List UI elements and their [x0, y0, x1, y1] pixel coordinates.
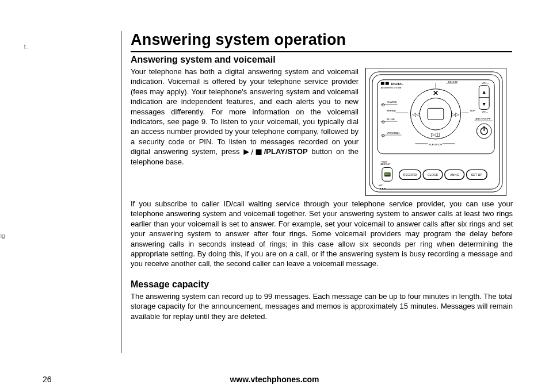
charge-label: CHARGE	[387, 101, 397, 103]
main-content: Answering system operation Answering sys…	[121, 31, 512, 353]
page-title: Answering system operation	[131, 31, 512, 52]
section-answering-body: Your telephone has both a digital answer…	[131, 67, 512, 196]
svg-rect-7	[428, 108, 444, 120]
svg-point-14	[382, 103, 384, 106]
svg-point-16	[382, 121, 384, 123]
gutter-frag-1: t .	[0, 44, 29, 50]
find-handset-icon: 📟	[384, 171, 391, 178]
setup-btn-label: SET UP	[471, 173, 483, 176]
para-answering-intro: Your telephone has both a digital answer…	[131, 67, 359, 167]
vol-up-icon: ▲	[482, 89, 487, 95]
section-heading-capacity: Message capacity	[131, 279, 512, 290]
gutter-frag-3: ).	[0, 270, 27, 276]
svg-rect-4	[386, 82, 389, 85]
annc-btn-label: ANNC	[450, 173, 459, 176]
diagram-svg: DIGITAL ANSWERING SYSTEM ✕ DELETE ◁	[366, 68, 506, 195]
phone-base-diagram: DIGITAL ANSWERING SYSTEM ✕ DELETE ◁	[365, 68, 506, 196]
left-margin-fragments: t . ring ).	[0, 0, 35, 392]
vol-up-label: VOL +	[482, 82, 489, 84]
brand-sub-label: ANSWERING SYSTEM	[381, 87, 402, 89]
svg-point-6	[420, 98, 451, 130]
para1-before: Your telephone has both a digital answer…	[131, 67, 359, 156]
vol-down-icon: ▼	[482, 101, 487, 107]
delete-label: DELETE	[448, 80, 458, 83]
footer-url: www.vtechphones.com	[230, 375, 319, 384]
footer: www.vtechphones.com	[0, 375, 549, 384]
rewind-icon: ◁◁	[412, 112, 420, 117]
svg-point-18	[382, 134, 384, 137]
para-answering-subscribe: If you subscribe to caller ID/call waiti…	[131, 199, 513, 269]
in-use-label: IN USE	[387, 118, 395, 121]
svg-point-33	[384, 188, 386, 189]
delete-x-icon: ✕	[433, 89, 439, 97]
svg-point-32	[382, 188, 383, 189]
skip-icon: ▷▷	[451, 112, 459, 117]
base-diagram-wrap: DIGITAL ANSWERING SYSTEM ✕ DELETE ◁	[365, 67, 506, 196]
gutter-frag-2: ring	[0, 233, 27, 239]
repeat-label: REPEAT	[387, 109, 396, 112]
para-capacity: The answering system can record up to 99…	[131, 291, 513, 321]
skip-label: SKIP	[470, 109, 475, 112]
brand-label: DIGITAL	[391, 82, 404, 86]
play-stop-glyph: ▶/■	[243, 147, 264, 156]
document-page: t . ring ). Answering system operation A…	[0, 0, 549, 392]
svg-point-31	[380, 188, 381, 189]
vol-down-label: VOL -	[482, 110, 489, 113]
voicemail-label: VOICEMAIL	[387, 132, 401, 134]
svg-rect-3	[381, 82, 384, 85]
mic-label: MIC	[379, 184, 383, 187]
play-stop-label: PLAY/STOP	[429, 143, 442, 146]
ans-onoff-label: ANS ON/OFF	[475, 117, 490, 120]
clock-btn-label: CLOCK	[428, 173, 439, 176]
section-heading-answering: Answering system and voicemail	[131, 55, 512, 65]
play-stop-icon: ▷◫	[431, 132, 440, 137]
record-btn-label: RECORD	[403, 173, 417, 176]
para1-bold: /PLAY/STOP	[264, 147, 308, 156]
find-handset-label-2: HANDSET	[380, 163, 391, 166]
